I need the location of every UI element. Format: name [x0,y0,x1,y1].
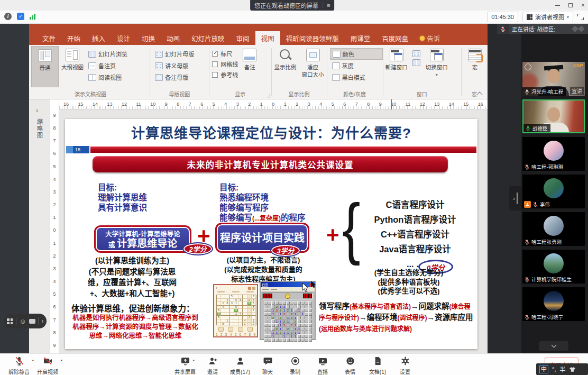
collapse-left-icon[interactable]: ‹ [42,317,44,325]
toolbar-cam-off-button[interactable]: 开启视频▴ [32,356,63,375]
chevron-up-icon[interactable]: ▴ [60,358,62,362]
collapse-tiles-button[interactable] [539,341,568,351]
checkbox-网格线[interactable]: 网格线 [212,59,238,69]
fit-to-window-button[interactable]: 适应 窗口大小 [299,46,327,87]
macro-button[interactable]: 宏 [461,46,488,87]
chat-bubble-icon[interactable] [29,319,35,324]
expand-thumbnails-icon[interactable]: › [36,107,38,114]
checkbox-icon[interactable] [212,51,218,57]
collapse-ribbon-icon[interactable] [477,91,482,96]
checkbox-标尺[interactable]: 标尺 [212,48,238,59]
minimize-button[interactable] [555,5,560,6]
drag-handle-icon [517,193,518,204]
slide-sorter-button[interactable]: 幻灯片浏览 [86,48,130,60]
slide-master-button[interactable]: 幻灯片母版 [153,48,209,60]
participant-tile-哈工程-冯晓宁[interactable]: 哈工程-冯晓宁 [522,287,585,321]
ruler-number: 13 [434,102,439,107]
tab-雨课堂[interactable]: 雨课堂 [345,31,376,45]
ruler-number: 6 [343,102,346,107]
cascade-windows-icon[interactable] [412,50,420,57]
mine-cell [286,305,290,308]
muted-mic-icon[interactable] [497,24,509,34]
banner-menu-icon[interactable]: ≡ [323,2,330,8]
participant-tile-战德臣[interactable]: 战德臣 [522,99,585,133]
maximize-button[interactable] [568,3,573,7]
mine-cell [271,301,275,305]
participant-tile-李伟[interactable]: 李伟 [522,175,585,208]
security-shield-icon[interactable]: ✓ [17,13,24,20]
tab-百度网盘[interactable]: 百度网盘 [376,31,414,45]
ime-punctuation[interactable]: °, [552,366,556,372]
tab-设计[interactable]: 设计 [111,31,136,45]
participant-tile-哈工程-郭琳琳[interactable]: 哈工程-郭琳琳 [522,137,585,171]
panel-collapse-handle[interactable]: › [509,186,521,211]
ruler-number: 5 [53,164,56,169]
notes-button[interactable]: 备注 [238,46,261,87]
checkbox-参考线[interactable]: 参考线 [212,69,238,80]
color-button[interactable]: 颜色 [330,48,383,60]
group-label: 窗口 [383,90,461,98]
notes-master-button[interactable]: 备注母版 [153,71,209,83]
text-line: 能够编写程序 [219,203,306,213]
mine-cell: 1 [297,308,301,312]
arrange-windows-icon[interactable] [412,59,420,66]
tab-动画[interactable]: 动画 [161,31,186,45]
tab-告诉[interactable]: 告诉 [414,31,446,45]
tab-幻灯片放映[interactable]: 幻灯片放映 [186,31,231,45]
ime-language-indicator[interactable]: 中 [539,365,548,373]
chevron-up-icon[interactable]: ▴ [192,358,195,362]
normal-view-button[interactable]: 普通 [31,46,59,87]
meeting-info-icon[interactable]: i [4,13,12,20]
toolbar-invite-button[interactable]: 邀请 [202,356,223,375]
zoom-button[interactable]: 显示比例 [272,46,299,87]
reading-view-button[interactable]: 阅读视图 [86,71,130,83]
toolbar-share-button[interactable]: 共享屏幕▴ [174,356,196,375]
close-button[interactable]: × [581,2,585,8]
participant-tile-冯光升-哈工程[interactable]: CSP宣讲冯光升-哈工程 [522,62,585,96]
switch-window-button[interactable]: 切换窗口 ▾ [423,46,451,87]
fullscreen-icon[interactable] [577,14,584,20]
toolbar-settings-button[interactable]: 设置 [394,356,416,375]
layout-grid-icon[interactable] [7,318,13,324]
grayscale-button[interactable]: 灰度 [330,60,383,71]
toolbar-mic-muted-button[interactable]: 解除静音▴ [3,356,35,375]
black-white-button[interactable]: 黑白模式 [330,71,383,83]
toolbar-emoji-button[interactable]: 表情 [339,356,361,375]
ime-bar[interactable]: 中 °, 半 [536,363,588,375]
toolbar-doc-button[interactable]: 文档(1) [367,356,388,375]
handout-master-button[interactable]: 讲义母版 [153,60,209,71]
emoji-icon[interactable]: ☺ [19,318,26,325]
mine-cell [308,331,312,334]
checkbox-icon[interactable] [212,61,218,67]
ime-skin-icon[interactable] [569,367,576,372]
ime-halfwidth[interactable]: 半 [559,365,565,373]
toolbar-members-button[interactable]: 成员(17) [229,356,251,375]
notes-page-button[interactable]: 备注页 [86,60,130,71]
watching-screen-banner[interactable]: 您正在观看战德臣的屏幕 ≡ [250,0,334,11]
ruler-number: 1 [284,102,287,107]
toolbar-live-button[interactable]: 直播 [312,356,333,375]
new-window-button[interactable]: 新建窗口 [383,46,410,87]
view-mode-selector[interactable]: 演讲者视图 ▾ [522,12,573,22]
toolbar-record-button[interactable]: 录制 [284,356,306,375]
toolbar-chat-button[interactable]: 聊天 [257,356,278,375]
emoji-icon [345,356,355,367]
slide[interactable]: 计算思维导论课程定位与设计：为什么需要? 18 未来的非计算机专业计算机类公共课… [65,119,477,349]
participant-tile-计算机学院印桂生[interactable]: 计算机学院印桂生 [522,250,585,283]
dialog-launcher-icon[interactable] [267,94,270,97]
mine-cell [297,319,301,323]
tab-文件[interactable]: 文件 [36,31,61,45]
tab-福昕阅读器领鲜版[interactable]: 福昕阅读器领鲜版 [280,31,345,45]
tab-插入[interactable]: 插入 [86,31,111,45]
participant-tile-哈工程张勇刚[interactable]: 哈工程张勇刚 [522,212,585,246]
checkbox-icon[interactable] [212,72,218,78]
participant-name: 战德臣 [532,124,548,132]
annotation-toolbar[interactable]: ☺ ‹ [4,314,47,328]
sudoku-grid: 574562328319546889692457143812 [216,295,256,325]
outline-view-button[interactable]: 大纲视图 [59,46,86,87]
ruler-number: 14 [449,102,454,107]
tab-切换[interactable]: 切换 [136,31,161,45]
tab-审阅[interactable]: 审阅 [231,31,255,45]
tab-视图[interactable]: 视图 [255,31,280,45]
tab-开始[interactable]: 开始 [61,31,86,45]
